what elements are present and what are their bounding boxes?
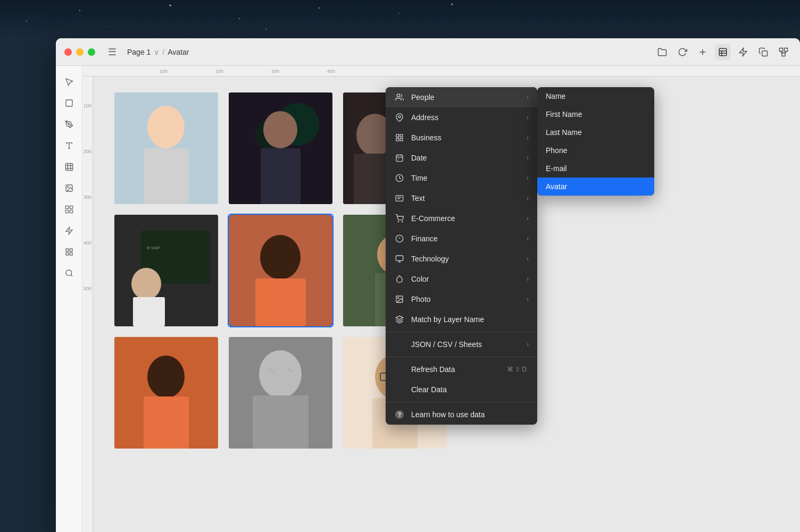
svg-rect-86 xyxy=(396,134,399,137)
menu-item-ecommerce[interactable]: E-Commerce › xyxy=(386,208,537,229)
tool-select[interactable] xyxy=(60,72,79,91)
svg-rect-43 xyxy=(66,252,69,255)
ruler-mark-200: 200 xyxy=(215,69,223,74)
svg-point-0 xyxy=(79,10,80,11)
top-ruler: 100 200 300 400 xyxy=(82,66,800,77)
separator-3 xyxy=(386,402,537,402)
ruler-v-400: 400 xyxy=(84,240,91,246)
submenu-item-phone[interactable]: Phone xyxy=(537,141,654,159)
people-submenu: Name First Name Last Name Phone xyxy=(537,87,654,196)
color-icon xyxy=(394,274,405,284)
svg-point-99 xyxy=(398,221,398,222)
svg-rect-62 xyxy=(133,297,165,326)
toolbar-split-icon[interactable] xyxy=(695,44,711,60)
photo-cell-8[interactable] xyxy=(229,337,332,449)
submenu-item-firstname[interactable]: First Name xyxy=(537,105,654,123)
submenu-item-name[interactable]: Name xyxy=(537,87,654,105)
tool-grid[interactable] xyxy=(60,242,79,261)
svg-rect-90 xyxy=(396,155,403,162)
data-menu: People › xyxy=(386,87,537,425)
breadcrumb-page[interactable]: Page 1 xyxy=(127,48,151,56)
svg-rect-41 xyxy=(70,249,72,251)
canvas-area: 100 200 300 400 500 xyxy=(82,77,800,532)
menu-item-people[interactable]: People › xyxy=(386,87,537,107)
svg-line-45 xyxy=(71,275,72,276)
ruler-mark-100: 100 xyxy=(160,69,168,74)
toolbar-lightning-icon[interactable] xyxy=(735,44,751,60)
menu-item-date[interactable]: 7 Date › xyxy=(386,148,537,168)
separator-1 xyxy=(386,332,537,332)
tool-pen[interactable] xyxy=(60,115,79,134)
main-content: 100 200 300 400 100 200 300 400 500 xyxy=(56,66,800,532)
handle-bl xyxy=(229,324,231,326)
people-icon xyxy=(394,92,405,103)
menu-item-date-label: Date xyxy=(411,154,520,162)
color-chevron: › xyxy=(527,275,529,283)
submenu-item-lastname[interactable]: Last Name xyxy=(537,123,654,141)
toolbar-folder-icon[interactable] xyxy=(654,44,670,60)
photo-cell-5-selected[interactable] xyxy=(229,215,332,326)
handle-tr xyxy=(330,215,332,217)
tool-search[interactable] xyxy=(60,264,79,283)
photo-7-content xyxy=(114,337,218,449)
close-button[interactable] xyxy=(64,48,72,56)
technology-chevron: › xyxy=(527,255,529,263)
menu-item-time[interactable]: Time › xyxy=(386,168,537,188)
address-chevron: › xyxy=(527,114,529,121)
menu-item-match-layer[interactable]: Match by Layer Name xyxy=(386,309,537,330)
mac-window: ☰ Page 1 ∨ / Avatar xyxy=(56,38,800,532)
ecommerce-icon xyxy=(394,213,405,224)
hamburger-icon[interactable]: ☰ xyxy=(108,46,116,58)
svg-rect-16 xyxy=(762,50,768,56)
text-icon xyxy=(394,193,405,204)
toolbar-diagram-icon[interactable] xyxy=(776,44,791,60)
tool-text[interactable] xyxy=(60,136,79,155)
svg-rect-11 xyxy=(719,48,727,56)
photo-cell-7[interactable] xyxy=(114,337,218,449)
photo-cell-2[interactable] xyxy=(229,92,332,204)
menu-item-learn[interactable]: ? Learn how to use data xyxy=(386,404,537,425)
menu-item-technology[interactable]: Technology › xyxy=(386,249,537,269)
tool-image[interactable] xyxy=(60,179,79,198)
toolbar-refresh-icon[interactable] xyxy=(674,44,690,60)
svg-rect-42 xyxy=(70,252,72,255)
tool-frame[interactable] xyxy=(60,157,79,176)
submenu-item-email[interactable]: E-mail xyxy=(537,159,654,178)
clear-icon xyxy=(394,384,405,395)
toolbar-copy-icon[interactable] xyxy=(755,44,771,60)
menu-item-time-label: Time xyxy=(411,174,520,182)
photo-cell-4[interactable]: ⚙ MAP xyxy=(114,215,218,326)
photo-8-content xyxy=(229,337,332,449)
svg-rect-18 xyxy=(785,48,788,51)
menu-item-photo[interactable]: Photo › xyxy=(386,289,537,309)
svg-point-74 xyxy=(259,350,302,398)
menu-item-photo-label: Photo xyxy=(411,295,520,303)
minimize-button[interactable] xyxy=(76,48,84,56)
menu-item-address[interactable]: Address › xyxy=(386,107,537,128)
finance-icon xyxy=(394,233,405,244)
menu-item-color[interactable]: Color › xyxy=(386,269,537,289)
photo-cell-1[interactable] xyxy=(114,92,218,204)
menu-item-refresh[interactable]: Refresh Data ⌘ ⇧ D xyxy=(386,359,537,379)
submenu-item-avatar[interactable]: Avatar xyxy=(537,178,654,196)
menu-item-json-csv[interactable]: JSON / CSV / Sheets › xyxy=(386,334,537,354)
maximize-button[interactable] xyxy=(88,48,95,56)
tool-component[interactable] xyxy=(60,200,79,219)
menu-item-business[interactable]: Business › xyxy=(386,128,537,148)
svg-point-3 xyxy=(319,7,320,9)
svg-rect-37 xyxy=(65,210,68,213)
canvas[interactable]: ⚙ MAP xyxy=(93,77,800,532)
tool-plugin[interactable] xyxy=(60,221,79,240)
help-icon: ? xyxy=(394,409,405,420)
separator-2 xyxy=(386,357,537,357)
menu-item-text[interactable]: Text › xyxy=(386,188,537,208)
svg-point-53 xyxy=(263,111,297,148)
json-chevron: › xyxy=(527,341,529,348)
svg-rect-40 xyxy=(66,249,69,251)
tool-rectangle[interactable] xyxy=(60,94,79,113)
menu-item-finance[interactable]: Finance › xyxy=(386,229,537,249)
toolbar-data-icon[interactable] xyxy=(715,44,731,60)
breadcrumb-separator: / xyxy=(162,48,164,56)
menu-item-clear[interactable]: Clear Data xyxy=(386,379,537,400)
svg-point-25 xyxy=(68,123,70,125)
